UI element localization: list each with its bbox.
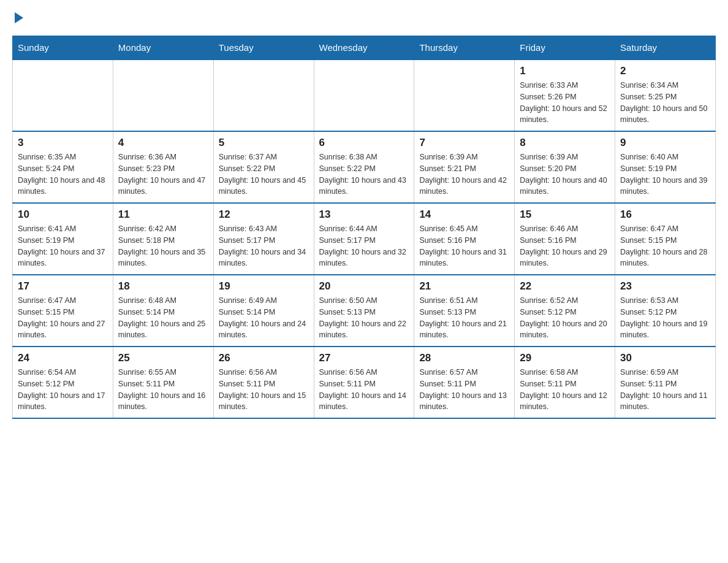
- calendar-cell: 7Sunrise: 6:39 AMSunset: 5:21 PMDaylight…: [414, 131, 515, 203]
- day-info: Sunrise: 6:34 AMSunset: 5:25 PMDaylight:…: [620, 80, 710, 126]
- day-number: 16: [620, 209, 710, 221]
- calendar-cell: 12Sunrise: 6:43 AMSunset: 5:17 PMDayligh…: [213, 203, 314, 275]
- page-header: [12, 12, 716, 23]
- day-number: 9: [620, 137, 710, 149]
- calendar-cell: [213, 59, 314, 131]
- day-info: Sunrise: 6:47 AMSunset: 5:15 PMDaylight:…: [18, 295, 108, 341]
- weekday-header-wednesday: Wednesday: [314, 36, 414, 60]
- logo-triangle-icon: [15, 12, 23, 23]
- weekday-header-row: SundayMondayTuesdayWednesdayThursdayFrid…: [13, 36, 716, 60]
- calendar-cell: 4Sunrise: 6:36 AMSunset: 5:23 PMDaylight…: [113, 131, 213, 203]
- day-info: Sunrise: 6:49 AMSunset: 5:14 PMDaylight:…: [219, 295, 309, 341]
- day-info: Sunrise: 6:59 AMSunset: 5:11 PMDaylight:…: [620, 367, 710, 413]
- calendar-cell: 25Sunrise: 6:55 AMSunset: 5:11 PMDayligh…: [113, 347, 213, 418]
- calendar-week-5: 24Sunrise: 6:54 AMSunset: 5:12 PMDayligh…: [13, 347, 716, 418]
- day-number: 24: [18, 352, 108, 364]
- day-number: 7: [419, 137, 509, 149]
- calendar-table: SundayMondayTuesdayWednesdayThursdayFrid…: [12, 36, 716, 419]
- day-info: Sunrise: 6:35 AMSunset: 5:24 PMDaylight:…: [18, 151, 108, 197]
- day-number: 30: [620, 352, 710, 364]
- calendar-cell: 21Sunrise: 6:51 AMSunset: 5:13 PMDayligh…: [414, 275, 515, 347]
- day-info: Sunrise: 6:42 AMSunset: 5:18 PMDaylight:…: [118, 223, 208, 269]
- calendar-cell: 28Sunrise: 6:57 AMSunset: 5:11 PMDayligh…: [414, 347, 515, 418]
- day-number: 20: [319, 280, 409, 293]
- calendar-cell: 29Sunrise: 6:58 AMSunset: 5:11 PMDayligh…: [515, 347, 615, 418]
- day-info: Sunrise: 6:58 AMSunset: 5:11 PMDaylight:…: [520, 367, 610, 413]
- day-number: 8: [520, 137, 610, 149]
- day-number: 2: [620, 65, 710, 77]
- day-info: Sunrise: 6:44 AMSunset: 5:17 PMDaylight:…: [319, 223, 409, 269]
- day-number: 17: [18, 280, 108, 293]
- day-number: 28: [419, 352, 509, 364]
- day-number: 26: [219, 352, 309, 364]
- weekday-header-friday: Friday: [515, 36, 615, 60]
- calendar-cell: 30Sunrise: 6:59 AMSunset: 5:11 PMDayligh…: [615, 347, 716, 418]
- day-info: Sunrise: 6:43 AMSunset: 5:17 PMDaylight:…: [219, 223, 309, 269]
- day-number: 5: [219, 137, 309, 149]
- calendar-cell: 16Sunrise: 6:47 AMSunset: 5:15 PMDayligh…: [615, 203, 716, 275]
- day-number: 22: [520, 280, 610, 293]
- calendar-cell: 15Sunrise: 6:46 AMSunset: 5:16 PMDayligh…: [515, 203, 615, 275]
- day-number: 14: [419, 209, 509, 221]
- calendar-cell: 9Sunrise: 6:40 AMSunset: 5:19 PMDaylight…: [615, 131, 716, 203]
- day-info: Sunrise: 6:38 AMSunset: 5:22 PMDaylight:…: [319, 151, 409, 197]
- day-number: 18: [118, 280, 208, 293]
- day-number: 3: [18, 137, 108, 149]
- day-info: Sunrise: 6:37 AMSunset: 5:22 PMDaylight:…: [219, 151, 309, 197]
- day-info: Sunrise: 6:47 AMSunset: 5:15 PMDaylight:…: [620, 223, 710, 269]
- day-info: Sunrise: 6:51 AMSunset: 5:13 PMDaylight:…: [419, 295, 509, 341]
- calendar-week-4: 17Sunrise: 6:47 AMSunset: 5:15 PMDayligh…: [13, 275, 716, 347]
- day-info: Sunrise: 6:53 AMSunset: 5:12 PMDaylight:…: [620, 295, 710, 341]
- calendar-cell: 17Sunrise: 6:47 AMSunset: 5:15 PMDayligh…: [13, 275, 113, 347]
- day-info: Sunrise: 6:40 AMSunset: 5:19 PMDaylight:…: [620, 151, 710, 197]
- calendar-cell: [414, 59, 515, 131]
- calendar-cell: 11Sunrise: 6:42 AMSunset: 5:18 PMDayligh…: [113, 203, 213, 275]
- day-number: 21: [419, 280, 509, 293]
- day-number: 25: [118, 352, 208, 364]
- calendar-cell: 13Sunrise: 6:44 AMSunset: 5:17 PMDayligh…: [314, 203, 414, 275]
- calendar-cell: 26Sunrise: 6:56 AMSunset: 5:11 PMDayligh…: [213, 347, 314, 418]
- day-info: Sunrise: 6:41 AMSunset: 5:19 PMDaylight:…: [18, 223, 108, 269]
- day-info: Sunrise: 6:48 AMSunset: 5:14 PMDaylight:…: [118, 295, 208, 341]
- day-number: 19: [219, 280, 309, 293]
- calendar-cell: 3Sunrise: 6:35 AMSunset: 5:24 PMDaylight…: [13, 131, 113, 203]
- day-number: 4: [118, 137, 208, 149]
- calendar-week-2: 3Sunrise: 6:35 AMSunset: 5:24 PMDaylight…: [13, 131, 716, 203]
- weekday-header-saturday: Saturday: [615, 36, 716, 60]
- calendar-cell: [113, 59, 213, 131]
- calendar-cell: 27Sunrise: 6:56 AMSunset: 5:11 PMDayligh…: [314, 347, 414, 418]
- weekday-header-thursday: Thursday: [414, 36, 515, 60]
- day-info: Sunrise: 6:56 AMSunset: 5:11 PMDaylight:…: [219, 367, 309, 413]
- day-number: 13: [319, 209, 409, 221]
- day-info: Sunrise: 6:39 AMSunset: 5:20 PMDaylight:…: [520, 151, 610, 197]
- day-info: Sunrise: 6:45 AMSunset: 5:16 PMDaylight:…: [419, 223, 509, 269]
- calendar-cell: 24Sunrise: 6:54 AMSunset: 5:12 PMDayligh…: [13, 347, 113, 418]
- day-number: 11: [118, 209, 208, 221]
- calendar-cell: 1Sunrise: 6:33 AMSunset: 5:26 PMDaylight…: [515, 59, 615, 131]
- calendar-cell: 20Sunrise: 6:50 AMSunset: 5:13 PMDayligh…: [314, 275, 414, 347]
- day-info: Sunrise: 6:57 AMSunset: 5:11 PMDaylight:…: [419, 367, 509, 413]
- calendar-cell: 2Sunrise: 6:34 AMSunset: 5:25 PMDaylight…: [615, 59, 716, 131]
- day-info: Sunrise: 6:36 AMSunset: 5:23 PMDaylight:…: [118, 151, 208, 197]
- weekday-header-monday: Monday: [113, 36, 213, 60]
- calendar-cell: 23Sunrise: 6:53 AMSunset: 5:12 PMDayligh…: [615, 275, 716, 347]
- calendar-cell: [13, 59, 113, 131]
- calendar-cell: 6Sunrise: 6:38 AMSunset: 5:22 PMDaylight…: [314, 131, 414, 203]
- day-info: Sunrise: 6:54 AMSunset: 5:12 PMDaylight:…: [18, 367, 108, 413]
- day-number: 27: [319, 352, 409, 364]
- day-info: Sunrise: 6:56 AMSunset: 5:11 PMDaylight:…: [319, 367, 409, 413]
- calendar-cell: 22Sunrise: 6:52 AMSunset: 5:12 PMDayligh…: [515, 275, 615, 347]
- logo: [12, 12, 23, 23]
- calendar-week-3: 10Sunrise: 6:41 AMSunset: 5:19 PMDayligh…: [13, 203, 716, 275]
- day-info: Sunrise: 6:33 AMSunset: 5:26 PMDaylight:…: [520, 80, 610, 126]
- day-number: 10: [18, 209, 108, 221]
- day-number: 29: [520, 352, 610, 364]
- day-number: 15: [520, 209, 610, 221]
- day-info: Sunrise: 6:55 AMSunset: 5:11 PMDaylight:…: [118, 367, 208, 413]
- day-info: Sunrise: 6:39 AMSunset: 5:21 PMDaylight:…: [419, 151, 509, 197]
- day-info: Sunrise: 6:52 AMSunset: 5:12 PMDaylight:…: [520, 295, 610, 341]
- calendar-cell: 8Sunrise: 6:39 AMSunset: 5:20 PMDaylight…: [515, 131, 615, 203]
- calendar-cell: 19Sunrise: 6:49 AMSunset: 5:14 PMDayligh…: [213, 275, 314, 347]
- calendar-cell: 14Sunrise: 6:45 AMSunset: 5:16 PMDayligh…: [414, 203, 515, 275]
- weekday-header-sunday: Sunday: [13, 36, 113, 60]
